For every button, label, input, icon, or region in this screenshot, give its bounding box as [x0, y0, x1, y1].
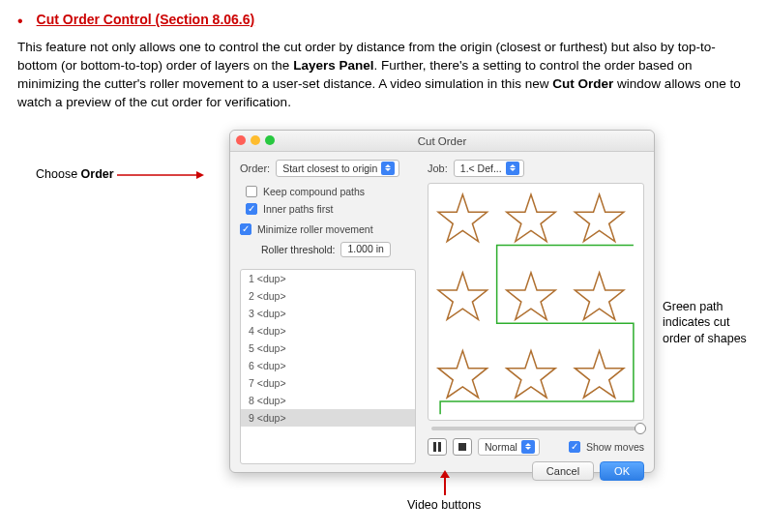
threshold-label: Roller threshold:	[261, 244, 335, 255]
stop-button[interactable]	[453, 438, 472, 456]
arrow-right-icon	[117, 166, 204, 183]
order-select[interactable]: Start closest to origin	[276, 160, 399, 177]
checkbox-icon	[246, 186, 257, 197]
window-controls[interactable]	[236, 135, 275, 145]
dialog-title: Cut Order	[418, 135, 467, 147]
keep-compound-checkbox[interactable]: Keep compound paths	[246, 186, 416, 197]
checkbox-checked-icon	[246, 203, 257, 215]
list-item[interactable]: 4 <dup>	[241, 322, 415, 340]
callout-text: Choose	[36, 167, 81, 181]
svg-rect-4	[458, 443, 466, 451]
zoom-icon[interactable]	[265, 135, 275, 145]
cancel-button[interactable]: Cancel	[532, 461, 594, 481]
show-moves-checkbox[interactable]: Show moves	[569, 441, 644, 453]
checkbox-label: Show moves	[586, 441, 644, 453]
job-label: Job:	[428, 163, 448, 174]
figure-wrap: Choose Order Green path indicates cut or…	[36, 130, 732, 517]
list-item[interactable]: 3 <dup>	[241, 305, 415, 322]
checkbox-checked-icon	[240, 223, 251, 235]
right-panel: Job: 1.< Def...	[424, 152, 654, 472]
pause-button[interactable]	[428, 438, 447, 456]
layer-list[interactable]: 1 <dup> 2 <dup> 3 <dup> 4 <dup> 5 <dup> …	[240, 269, 416, 464]
para-bold-2: Cut Order	[552, 76, 613, 91]
callout-text: Video buttons	[407, 498, 481, 512]
bullet-icon: •	[17, 14, 23, 29]
list-item[interactable]: 1 <dup>	[241, 270, 415, 287]
list-item[interactable]: 2 <dup>	[241, 287, 415, 305]
heading-row: • Cut Order Control (Section 8.06.6)	[17, 12, 751, 29]
minimize-icon[interactable]	[251, 135, 260, 145]
arrow-up-icon	[440, 470, 450, 499]
preview-svg	[428, 184, 643, 420]
cut-path-line	[440, 245, 634, 414]
checkbox-label: Minimize roller movement	[257, 223, 373, 235]
minimize-roller-checkbox[interactable]: Minimize roller movement	[240, 223, 416, 235]
svg-rect-3	[438, 442, 441, 452]
callout-text: Green path indicates cut order of shapes	[663, 300, 747, 346]
speed-value: Normal	[485, 441, 517, 453]
order-value: Start closest to origin	[282, 163, 377, 174]
list-item[interactable]: 7 <dup>	[241, 374, 415, 392]
svg-marker-1	[196, 171, 204, 179]
list-item[interactable]: 5 <dup>	[241, 340, 415, 357]
intro-paragraph: This feature not only allows one to cont…	[17, 39, 751, 112]
inner-paths-checkbox[interactable]: Inner paths first	[246, 203, 416, 215]
checkbox-label: Inner paths first	[263, 203, 333, 215]
section-heading: Cut Order Control (Section 8.06.6)	[37, 12, 255, 27]
left-panel: Order: Start closest to origin Keep comp…	[230, 152, 424, 472]
chevron-updown-icon	[521, 440, 535, 454]
chevron-updown-icon	[506, 162, 519, 175]
ok-button[interactable]: OK	[600, 461, 644, 481]
slider-thumb-icon[interactable]	[635, 423, 646, 434]
list-item[interactable]: 6 <dup>	[241, 357, 415, 374]
checkbox-label: Keep compound paths	[263, 186, 365, 197]
list-item[interactable]: 9 <dup>	[241, 409, 415, 427]
close-icon[interactable]	[236, 135, 246, 145]
job-select[interactable]: 1.< Def...	[454, 160, 524, 177]
callout-choose-order: Choose Order	[36, 163, 204, 184]
timeline-slider[interactable]	[431, 427, 640, 430]
callout-green-path: Green path indicates cut order of shapes	[663, 299, 750, 348]
chevron-updown-icon	[381, 162, 395, 175]
speed-select[interactable]: Normal	[478, 438, 540, 456]
svg-marker-5	[440, 470, 450, 495]
callout-video-buttons: Video buttons	[407, 497, 481, 514]
threshold-input[interactable]: 1.000 in	[340, 242, 390, 257]
titlebar: Cut Order	[230, 131, 654, 152]
job-value: 1.< Def...	[460, 163, 502, 174]
callout-bold: Order	[81, 167, 114, 181]
checkbox-checked-icon	[569, 441, 580, 453]
svg-rect-2	[433, 442, 436, 452]
para-bold-1: Layers Panel	[293, 58, 373, 73]
cut-order-dialog: Cut Order Order: Start closest to origin…	[229, 130, 655, 473]
list-item[interactable]: 8 <dup>	[241, 392, 415, 409]
order-label: Order:	[240, 163, 270, 174]
preview-canvas	[428, 183, 644, 421]
